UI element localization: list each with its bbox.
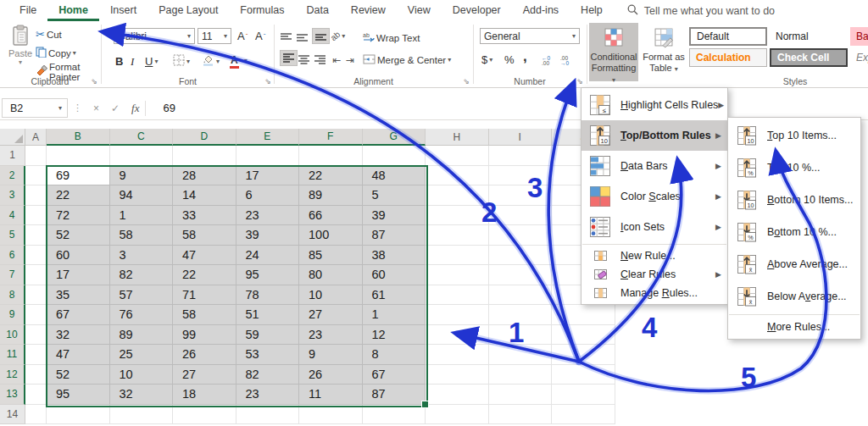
cell-C7[interactable]: 82 — [110, 265, 174, 285]
cell-J12[interactable] — [552, 365, 615, 385]
align-center-button[interactable] — [298, 52, 310, 68]
cell-E12[interactable]: 82 — [236, 365, 300, 385]
cell-E1[interactable] — [236, 146, 300, 166]
cell-I9[interactable] — [489, 305, 553, 325]
cancel-icon[interactable]: × — [87, 102, 105, 114]
cell-J13[interactable] — [552, 385, 615, 405]
cell-D1[interactable] — [173, 146, 236, 166]
comma-style-button[interactable]: , — [523, 48, 527, 64]
cell-I12[interactable] — [489, 365, 553, 385]
style-explanatory[interactable]: Exp — [850, 48, 868, 67]
row-header-8[interactable]: 8 — [0, 285, 25, 306]
cell-B13[interactable]: 95 — [47, 385, 110, 405]
font-size-combo[interactable]: 11▾ — [198, 28, 231, 44]
number-format-combo[interactable]: General▾ — [480, 28, 580, 44]
increase-indent-button[interactable]: ⇥ — [346, 52, 354, 68]
underline-button[interactable]: U▾ — [145, 53, 158, 69]
tell-me-search[interactable]: Tell me what you want to do — [627, 4, 775, 18]
row-header-7[interactable]: 7 — [0, 265, 25, 285]
cell-C5[interactable]: 58 — [110, 225, 174, 246]
cell-B5[interactable]: 52 — [47, 225, 110, 246]
format-as-table-button[interactable]: Format as Table ▾ — [640, 23, 687, 81]
cell-B14[interactable] — [47, 405, 110, 425]
cell-D5[interactable]: 58 — [173, 225, 236, 246]
cell-B7[interactable]: 17 — [47, 265, 110, 285]
submenu-item-bottom-10-items[interactable]: 10Bottom 10 Items... — [728, 184, 860, 216]
cell-A6[interactable] — [25, 246, 47, 266]
percent-style-button[interactable]: % — [504, 52, 515, 68]
formula-bar-splitter[interactable]: ⋮ — [73, 102, 82, 113]
style-calculation[interactable]: Calculation — [689, 48, 767, 67]
cf-menu-item-manage-rules[interactable]: Manage Rules... — [581, 284, 727, 302]
cell-E5[interactable]: 39 — [236, 225, 300, 246]
cell-D7[interactable]: 22 — [173, 265, 236, 285]
align-right-button[interactable] — [314, 52, 326, 68]
cell-D14[interactable] — [173, 405, 236, 425]
cell-H1[interactable] — [426, 146, 489, 166]
column-header-B[interactable]: B — [47, 129, 110, 146]
tab-page-layout[interactable]: Page Layout — [147, 0, 229, 21]
cell-D11[interactable]: 26 — [173, 345, 236, 365]
cell-H6[interactable] — [426, 246, 489, 266]
cell-I3[interactable] — [489, 185, 553, 206]
cell-C13[interactable]: 32 — [110, 385, 174, 405]
cell-D10[interactable]: 99 — [173, 325, 236, 346]
cell-A11[interactable] — [25, 345, 47, 365]
cf-menu-item-color-scales[interactable]: Color Scales▶ — [581, 181, 727, 212]
submenu-item-more-rules[interactable]: More Rules... — [728, 317, 860, 337]
cell-G2[interactable]: 48 — [363, 166, 426, 186]
cell-G9[interactable]: 1 — [363, 305, 426, 325]
column-header-G[interactable]: G — [363, 129, 426, 146]
column-header-F[interactable]: F — [299, 129, 363, 146]
submenu-item-top-10-percent[interactable]: %Top 10 %... — [728, 152, 860, 184]
cell-C14[interactable] — [110, 405, 174, 425]
cell-G10[interactable]: 12 — [363, 325, 426, 346]
cell-A14[interactable] — [25, 405, 47, 425]
enter-icon[interactable]: ✓ — [105, 102, 125, 114]
copy-button[interactable]: Copy ▾ — [36, 45, 76, 61]
cell-F6[interactable]: 85 — [299, 246, 363, 266]
cell-A7[interactable] — [25, 265, 47, 285]
clipboard-dialog-launcher[interactable]: ⇘ — [91, 77, 97, 86]
cell-D2[interactable]: 28 — [173, 166, 236, 186]
select-all-button[interactable] — [0, 129, 25, 146]
cell-E10[interactable]: 59 — [236, 325, 300, 346]
align-bottom-button[interactable] — [312, 28, 330, 44]
cell-I13[interactable] — [489, 385, 553, 405]
cell-F5[interactable]: 100 — [299, 225, 363, 246]
cell-I10[interactable] — [489, 325, 553, 346]
merge-center-button[interactable]: Merge & Center ▾ — [363, 52, 451, 68]
cell-A13[interactable] — [25, 385, 47, 405]
cell-D12[interactable]: 27 — [173, 365, 236, 385]
cell-E14[interactable] — [236, 405, 300, 425]
row-header-10[interactable]: 10 — [0, 325, 25, 346]
cell-F11[interactable]: 9 — [299, 345, 363, 365]
cell-A10[interactable] — [25, 325, 47, 346]
row-header-2[interactable]: 2 — [0, 166, 25, 186]
cell-B11[interactable]: 47 — [47, 345, 110, 365]
cell-G3[interactable]: 5 — [363, 185, 426, 206]
align-top-button[interactable] — [280, 30, 292, 46]
tab-formulas[interactable]: Formulas — [229, 0, 295, 21]
cell-F7[interactable]: 80 — [299, 265, 363, 285]
cell-E6[interactable]: 24 — [236, 246, 300, 266]
cell-F14[interactable] — [299, 405, 363, 425]
cell-B3[interactable]: 22 — [47, 185, 110, 206]
cell-B9[interactable]: 67 — [47, 305, 110, 325]
increase-font-button[interactable]: Aˆ — [237, 28, 248, 44]
cell-C3[interactable]: 94 — [110, 185, 174, 206]
paste-dropdown-arrow[interactable]: ▾ — [19, 58, 22, 66]
cell-C12[interactable]: 10 — [110, 365, 174, 385]
row-header-12[interactable]: 12 — [0, 365, 25, 385]
cell-C4[interactable]: 1 — [110, 206, 174, 226]
decrease-decimal-button[interactable]: .00→0 — [560, 52, 576, 68]
cell-D3[interactable]: 14 — [173, 185, 236, 206]
cell-G5[interactable]: 87 — [363, 225, 426, 246]
cell-E3[interactable]: 6 — [236, 185, 300, 206]
decrease-font-button[interactable]: Aˇ — [255, 28, 265, 44]
cell-I2[interactable] — [489, 166, 553, 186]
tab-view[interactable]: View — [397, 0, 442, 21]
column-header-D[interactable]: D — [173, 129, 236, 146]
wrap-text-button[interactable]: ab Wrap Text — [363, 30, 420, 46]
cell-H11[interactable] — [426, 345, 489, 365]
